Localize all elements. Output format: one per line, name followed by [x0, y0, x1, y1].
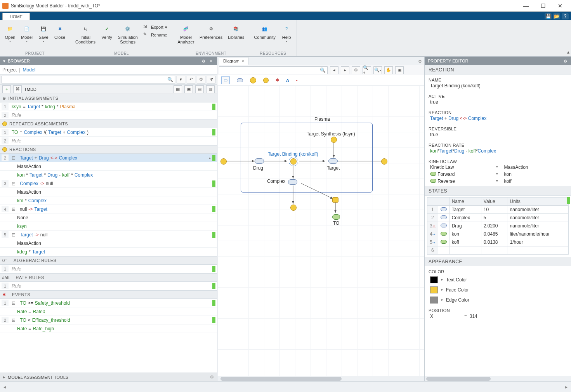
- rxn-node-binding[interactable]: [290, 158, 297, 165]
- breadcrumb-root[interactable]: Project: [2, 67, 17, 73]
- color-row[interactable]: ▾Face Color: [425, 285, 571, 295]
- search-icon[interactable]: 🔍: [167, 77, 173, 82]
- species-complex[interactable]: [288, 179, 297, 185]
- section-algebraic[interactable]: 0= ALGEBRAIC RULES: [0, 256, 217, 265]
- model-analyzer-button[interactable]: 🧬Model Analyzer: [175, 22, 196, 46]
- color-swatch[interactable]: [430, 297, 438, 304]
- section-repeated-assignments[interactable]: REPEATED ASSIGNMENTS: [0, 120, 217, 128]
- list-item[interactable]: 1Rule: [0, 282, 217, 290]
- section-rate-rules[interactable]: ∂/∂t RATE RULES: [0, 273, 217, 282]
- close-icon[interactable]: ×: [242, 59, 244, 63]
- diagram-search-input[interactable]: 🔍: [219, 66, 328, 74]
- rule-tool-icon[interactable]: [263, 78, 269, 83]
- species-target[interactable]: [328, 158, 338, 164]
- history-back-icon[interactable]: ↶: [187, 76, 195, 83]
- parameter-to[interactable]: [332, 214, 340, 220]
- panel-settings-icon[interactable]: ⚙: [562, 58, 568, 64]
- table-row[interactable]: 5⇢koff0.01381/hour: [427, 238, 569, 246]
- export-button[interactable]: ⇲Export▾: [142, 23, 169, 31]
- table-row[interactable]: 4⇢kon0.0485liter/nanomole/hour: [427, 230, 569, 238]
- open-icon[interactable]: 📂: [553, 13, 560, 19]
- section-initial-assignments[interactable]: ⊖ INITIAL ASSIGNMENTS: [0, 94, 217, 102]
- prop-rate-value[interactable]: kon*Target*Drug - koff*Complex: [425, 148, 571, 156]
- list-item[interactable]: 1 ksyn = Target*kdeg*Plasma: [0, 102, 217, 111]
- list-item[interactable]: 1 TO = Complex/(Target + Complex): [0, 128, 217, 137]
- save-button[interactable]: 💾Save▾: [36, 22, 51, 45]
- nav-back-icon[interactable]: ◂: [330, 66, 338, 74]
- help-button[interactable]: ?Help▾: [279, 22, 294, 45]
- prop-reaction-value[interactable]: Target + Drug <-> Complex: [425, 116, 571, 123]
- diagram-canvas[interactable]: Plasma Drug Target Binding (kon/koff) Ta…: [217, 85, 424, 376]
- tree-tool1-icon[interactable]: ▦: [174, 85, 182, 93]
- reaction-row[interactable]: 5 ⊟ Target -> null: [0, 231, 217, 239]
- rule-node[interactable]: [332, 197, 338, 203]
- event-row[interactable]: 1 ⊟ TO>=Safety_threshold: [0, 299, 217, 307]
- history-gear-icon[interactable]: ⚙: [197, 76, 205, 83]
- breadcrumb-model[interactable]: Model: [23, 67, 35, 73]
- list-item[interactable]: 2 Rule: [0, 111, 217, 120]
- section-reactions[interactable]: REACTIONS: [0, 145, 217, 154]
- tree-tool4-icon[interactable]: ▥: [206, 85, 215, 93]
- preferences-button[interactable]: ⚙Preferences: [197, 22, 225, 46]
- status-left-icon[interactable]: ◂: [0, 382, 9, 392]
- fit-icon[interactable]: ▣: [395, 66, 404, 74]
- tree-icon[interactable]: ⌘: [13, 85, 22, 93]
- rxn-node-left[interactable]: [220, 158, 227, 165]
- reaction-row[interactable]: 4 ⊟ null -> Target: [0, 205, 217, 213]
- color-row[interactable]: ▾Edge Color: [425, 295, 571, 305]
- minimize-button[interactable]: —: [517, 0, 535, 11]
- table-row[interactable]: 1Target10nanomole/liter: [427, 206, 569, 214]
- filter-icon[interactable]: ⧩: [207, 76, 215, 83]
- toolbar-gear-icon[interactable]: ⚙: [352, 66, 360, 74]
- initial-conditions-button[interactable]: t₀Initial Conditions: [73, 22, 98, 46]
- property-h-scrollbar[interactable]: [425, 376, 571, 381]
- filter-dropdown-icon[interactable]: ▾: [177, 76, 185, 83]
- maximize-button[interactable]: ☐: [535, 0, 552, 11]
- event-tool-icon[interactable]: ✱: [276, 78, 279, 83]
- species-tool-icon[interactable]: [237, 78, 243, 82]
- color-swatch[interactable]: [430, 276, 438, 283]
- tab-diagram[interactable]: Diagram ×: [219, 57, 248, 65]
- ribbon-collapse-icon[interactable]: ▴: [567, 49, 569, 55]
- list-item[interactable]: 1Rule: [0, 265, 217, 273]
- tree-tool3-icon[interactable]: ▤: [195, 85, 204, 93]
- zoom-in-icon[interactable]: 🔍+: [363, 66, 371, 74]
- rename-button[interactable]: ✎Rename: [142, 31, 169, 39]
- tab-home[interactable]: HOME: [2, 13, 30, 20]
- table-row[interactable]: 3⚠Drug2.0200nanomole/liter: [427, 222, 569, 230]
- panel-settings-icon[interactable]: ⚙: [201, 58, 206, 64]
- panel-settings-icon[interactable]: ⚙: [416, 58, 424, 65]
- section-events[interactable]: ✱ EVENTS: [0, 290, 217, 299]
- panel-close-icon[interactable]: ×: [208, 58, 214, 64]
- search-input[interactable]: [221, 68, 320, 73]
- verify-button[interactable]: ✔Verify: [99, 22, 115, 46]
- browser-search-input[interactable]: 🔍: [2, 76, 175, 83]
- pan-icon[interactable]: ✋: [384, 66, 393, 74]
- prop-active-value[interactable]: true: [425, 99, 571, 107]
- rxn-node-ksyn[interactable]: [331, 137, 337, 143]
- rxn-node-right[interactable]: [381, 158, 387, 165]
- community-button[interactable]: 👥Community: [252, 22, 278, 45]
- reaction-row[interactable]: 3 ⊟ Complex -> null: [0, 179, 217, 188]
- model-assessment-panel[interactable]: ▸ MODEL ASSESSMENT TOOLS ⚙: [0, 373, 217, 381]
- status-right-icon[interactable]: ▸: [562, 382, 571, 392]
- list-item[interactable]: 2 Rule: [0, 137, 217, 145]
- event-row[interactable]: 2 ⊟ TO<Efficacy_threshold: [0, 316, 217, 324]
- libraries-button[interactable]: 📚Libraries: [226, 22, 246, 46]
- rxn-node-complex-deg[interactable]: [290, 205, 297, 211]
- zoom-out-icon[interactable]: 🔍-: [373, 66, 382, 74]
- reaction-tool-icon[interactable]: [250, 77, 256, 83]
- color-swatch[interactable]: [430, 286, 438, 293]
- color-row[interactable]: ▾Text Color: [425, 275, 571, 285]
- search-icon[interactable]: 🔍: [320, 68, 326, 73]
- prop-reversible-value[interactable]: true: [425, 132, 571, 140]
- species-drug[interactable]: [255, 158, 264, 164]
- close-project-button[interactable]: ✖Close: [52, 22, 68, 45]
- panel-collapse-icon[interactable]: ▾: [3, 59, 5, 64]
- position-value[interactable]: X = 314: [425, 314, 571, 321]
- gear-icon[interactable]: ⚙: [210, 375, 214, 380]
- open-button[interactable]: 📁Open▾: [2, 22, 18, 45]
- compartment-tool-icon[interactable]: ▭: [221, 76, 230, 84]
- states-table[interactable]: Name Value Units 1Target10nanomole/liter…: [427, 197, 569, 255]
- help-icon[interactable]: ?: [562, 13, 569, 19]
